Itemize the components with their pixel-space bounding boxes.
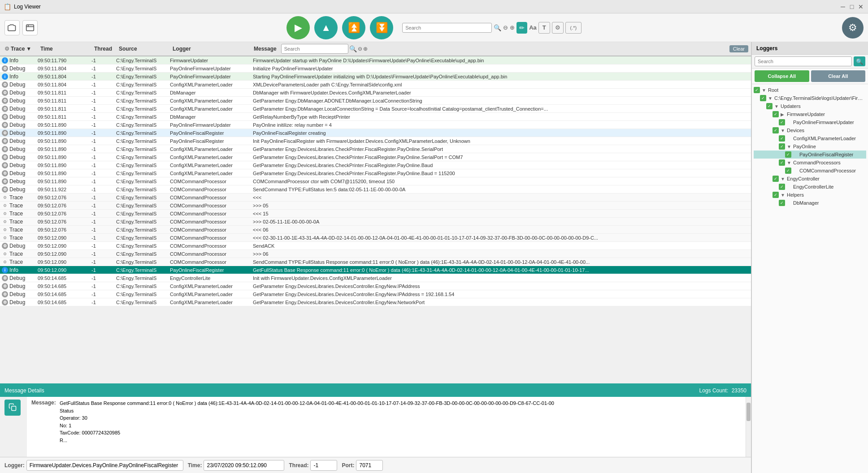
column-zoom-in-button[interactable]: ⊕ bbox=[363, 46, 368, 52]
list-item[interactable]: ✓ ▶ FirmwareUpdater bbox=[754, 110, 866, 118]
search-button[interactable]: 🔍 bbox=[494, 24, 501, 31]
fast-next-button[interactable]: ⏬ bbox=[370, 16, 393, 39]
regex-button[interactable]: (.*) bbox=[565, 22, 582, 34]
tree-checkbox[interactable]: ✓ bbox=[779, 200, 785, 206]
list-item[interactable]: ✓ ▼ C:\Engy.TerminalSide\logs\Updater\Fi… bbox=[754, 94, 866, 102]
zoom-out-button[interactable]: ⊖ bbox=[503, 24, 508, 31]
tree-checkbox[interactable]: ✓ bbox=[779, 184, 785, 190]
format-button[interactable]: T bbox=[538, 22, 550, 34]
tree-checkbox[interactable]: ✓ bbox=[773, 176, 779, 182]
copy-message-button[interactable] bbox=[4, 400, 21, 416]
table-row[interactable]: ⚙Debug 09:50:14.685 -1 C:\Engy.TerminalS… bbox=[0, 298, 751, 306]
minimize-button[interactable]: ─ bbox=[839, 3, 846, 10]
expand-icon[interactable]: ▼ bbox=[781, 176, 785, 181]
table-row[interactable]: ⚙Debug 09:50:11.811 -1 C:\Engy.TerminalS… bbox=[0, 89, 751, 97]
collapse-all-button[interactable]: Collapse All bbox=[755, 70, 809, 82]
table-row[interactable]: ⚙Trace 09:50:12.090 -1 C:\Engy.TerminalS… bbox=[0, 250, 751, 258]
list-item[interactable]: ✓ ▼ Updaters bbox=[754, 102, 866, 110]
table-row[interactable]: ⚙Debug 09:50:11.890 -1 C:\Engy.TerminalS… bbox=[0, 121, 751, 129]
filter-button[interactable]: ⚙ bbox=[552, 22, 564, 34]
column-search-input[interactable] bbox=[281, 44, 348, 54]
table-row[interactable]: ⚙Debug 09:50:11.890 -1 C:\Engy.TerminalS… bbox=[0, 169, 751, 177]
table-row[interactable]: ⚙Debug 09:50:11.890 -1 C:\Engy.TerminalS… bbox=[0, 153, 751, 161]
tree-checkbox[interactable]: ✓ bbox=[773, 111, 779, 117]
table-row[interactable]: ⚙Debug 09:50:11.811 -1 C:\Engy.TerminalS… bbox=[0, 113, 751, 121]
expand-icon[interactable]: ▶ bbox=[781, 112, 785, 117]
loggers-search-input[interactable] bbox=[755, 56, 852, 66]
table-row[interactable]: ⚙Debug 09:50:12.090 -1 C:\Engy.TerminalS… bbox=[0, 242, 751, 250]
table-row[interactable]: ⚙Debug 09:50:11.922 -1 C:\Engy.TerminalS… bbox=[0, 185, 751, 194]
clear-button[interactable]: Clear bbox=[729, 45, 748, 52]
table-row[interactable]: ⚙Debug 09:50:11.804 -1 C:\Engy.TerminalS… bbox=[0, 81, 751, 89]
table-row[interactable]: ⚙Debug 09:50:11.804 -1 C:\Engy.TerminalS… bbox=[0, 64, 751, 73]
list-item[interactable]: ✓ ▼ Helpers bbox=[754, 191, 866, 199]
table-row[interactable]: ⚙Debug 09:50:11.811 -1 C:\Engy.TerminalS… bbox=[0, 105, 751, 113]
list-item[interactable]: ✓ PayOnlineFiscalRegister bbox=[754, 150, 866, 159]
tree-checkbox[interactable]: ✓ bbox=[773, 127, 779, 133]
list-item[interactable]: ✓ COMCommandProcessor bbox=[754, 167, 866, 175]
zoom-in-button[interactable]: ⊕ bbox=[510, 24, 515, 31]
table-row[interactable]: ⚙Trace 09:50:12.090 -1 C:\Engy.TerminalS… bbox=[0, 234, 751, 242]
tree-checkbox[interactable]: ✓ bbox=[779, 119, 785, 125]
table-row[interactable]: iInfo 09:50:11.790 -1 C:\Engy.TerminalS … bbox=[0, 56, 751, 64]
list-item[interactable]: ✓ ▼ Devices bbox=[754, 126, 866, 134]
tree-checkbox[interactable]: ✓ bbox=[766, 103, 773, 109]
settings-button[interactable]: ⚙ bbox=[842, 17, 864, 39]
list-item[interactable]: ✓ PayOnlineFirmwareUpdater bbox=[754, 118, 866, 126]
open-file-button[interactable] bbox=[4, 20, 20, 35]
tree-checkbox[interactable]: ✓ bbox=[785, 168, 791, 174]
expand-icon[interactable]: ▼ bbox=[781, 193, 785, 198]
table-row[interactable]: ⚙Debug 09:50:11.890 -1 C:\Engy.TerminalS… bbox=[0, 145, 751, 153]
tree-checkbox[interactable]: ✓ bbox=[785, 151, 791, 158]
close-button[interactable]: ✕ bbox=[857, 3, 864, 10]
detail-scrollbar[interactable] bbox=[746, 397, 751, 457]
table-row[interactable]: ⚙Debug 09:50:11.890 -1 C:\Engy.TerminalS… bbox=[0, 177, 751, 185]
list-item[interactable]: ✓ ▼ PayOnline bbox=[754, 142, 866, 150]
table-row[interactable]: ⚙Debug 09:50:11.890 -1 C:\Engy.TerminalS… bbox=[0, 137, 751, 145]
table-row[interactable]: ⚙Trace 09:50:12.076 -1 C:\Engy.TerminalS… bbox=[0, 210, 751, 218]
expand-icon[interactable]: ▼ bbox=[762, 88, 766, 93]
table-row[interactable]: ⚙Trace 09:50:12.090 -1 C:\Engy.TerminalS… bbox=[0, 258, 751, 266]
tree-checkbox[interactable]: ✓ bbox=[773, 192, 779, 198]
tree-checkbox[interactable]: ✓ bbox=[779, 143, 785, 150]
expand-icon[interactable]: ▼ bbox=[787, 144, 791, 149]
clear-all-button[interactable]: Clear All bbox=[811, 70, 866, 82]
log-body[interactable]: iInfo 09:50:11.790 -1 C:\Engy.TerminalS … bbox=[0, 56, 751, 383]
list-item[interactable]: ✓ ▼ CommandProcessors bbox=[754, 159, 866, 167]
table-row[interactable]: ⚙Trace 09:50:12.076 -1 C:\Engy.TerminalS… bbox=[0, 202, 751, 210]
expand-icon[interactable]: ▼ bbox=[768, 96, 773, 101]
list-item[interactable]: ✓ ▼ Root bbox=[754, 86, 866, 94]
list-item[interactable]: ✓ EngyControllerLite bbox=[754, 183, 866, 191]
font-button[interactable]: Aa bbox=[529, 24, 537, 31]
loggers-search-button[interactable]: 🔍 bbox=[854, 56, 865, 66]
table-row[interactable]: ⚙Debug 09:50:11.811 -1 C:\Engy.TerminalS… bbox=[0, 97, 751, 105]
eraser-button[interactable]: ✏ bbox=[516, 22, 527, 34]
open-tab-button[interactable] bbox=[22, 20, 38, 35]
column-search-button[interactable]: 🔍 bbox=[349, 45, 357, 52]
table-row[interactable]: iInfo 09:50:12.090 -1 C:\Engy.TerminalS … bbox=[0, 266, 751, 274]
table-row[interactable]: ⚙Trace 09:50:12.076 -1 C:\Engy.TerminalS… bbox=[0, 194, 751, 202]
tree-checkbox[interactable]: ✓ bbox=[754, 87, 760, 93]
table-row[interactable]: iInfo 09:50:11.804 -1 C:\Engy.TerminalS … bbox=[0, 73, 751, 81]
list-item[interactable]: ✓ ConfigXMLParameterLoader bbox=[754, 134, 866, 142]
table-row[interactable]: ⚙Trace 09:50:12.076 -1 C:\Engy.TerminalS… bbox=[0, 218, 751, 226]
expand-icon[interactable]: ▼ bbox=[787, 160, 791, 165]
table-row[interactable]: ⚙Debug 09:50:14.685 -1 C:\Engy.TerminalS… bbox=[0, 274, 751, 282]
tree-checkbox[interactable]: ✓ bbox=[779, 135, 785, 142]
message-search-input[interactable] bbox=[402, 23, 492, 33]
prev-button[interactable]: ▲ bbox=[314, 16, 338, 39]
table-row[interactable]: ⚙Trace 09:50:12.076 -1 C:\Engy.TerminalS… bbox=[0, 226, 751, 234]
maximize-button[interactable]: □ bbox=[848, 3, 855, 10]
fast-prev-button[interactable]: ⏫ bbox=[342, 16, 365, 39]
list-item[interactable]: ✓ ▼ EngyController bbox=[754, 175, 866, 183]
table-row[interactable]: ⚙Debug 09:50:14.685 -1 C:\Engy.TerminalS… bbox=[0, 282, 751, 290]
expand-icon[interactable]: ▼ bbox=[781, 128, 785, 133]
table-row[interactable]: ⚙Debug 09:50:11.890 -1 C:\Engy.TerminalS… bbox=[0, 161, 751, 169]
table-row[interactable]: ⚙Debug 09:50:14.685 -1 C:\Engy.TerminalS… bbox=[0, 290, 751, 298]
list-item[interactable]: ✓ DbManager bbox=[754, 199, 866, 207]
table-row[interactable]: ⚙Debug 09:50:11.890 -1 C:\Engy.TerminalS… bbox=[0, 129, 751, 137]
play-button[interactable]: ▶ bbox=[286, 16, 310, 39]
expand-icon[interactable]: ▼ bbox=[774, 104, 779, 109]
tree-checkbox[interactable]: ✓ bbox=[760, 95, 766, 101]
tree-checkbox[interactable]: ✓ bbox=[779, 159, 785, 166]
